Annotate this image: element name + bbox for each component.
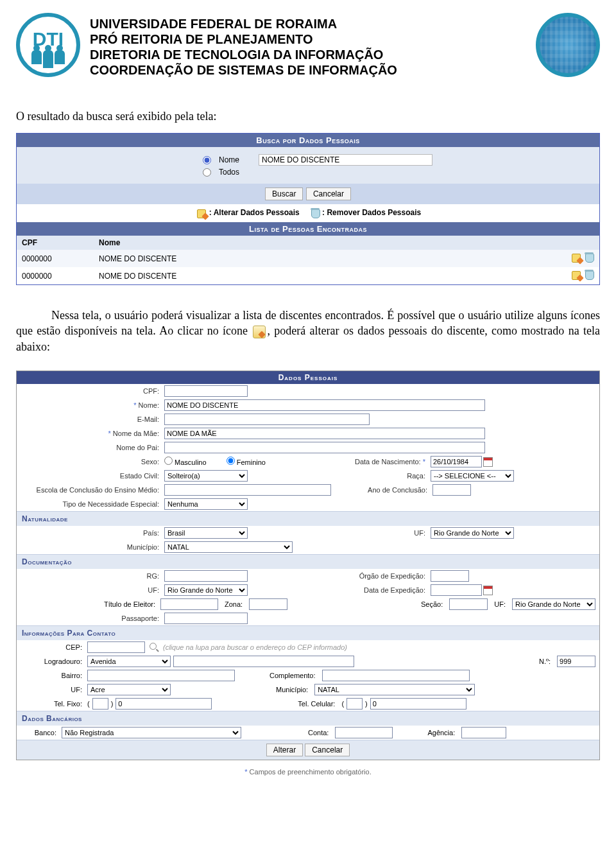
uf-eleitor-label: UF:: [490, 600, 509, 608]
footnote: * Campos de preenchimento obrigatório.: [16, 768, 600, 776]
row-delete-icon[interactable]: [584, 252, 594, 263]
civil-label: Estado Civil:: [21, 472, 162, 480]
search-nome-input[interactable]: [259, 154, 432, 166]
cell-cpf: 0000000: [22, 254, 99, 263]
dexp-label: Data de Expedição:: [332, 586, 428, 594]
radio-fem-label: Feminino: [237, 458, 266, 466]
calendar-icon[interactable]: [483, 457, 493, 467]
nec-label: Tipo de Necessidade Especial:: [21, 500, 162, 508]
paren-open-2: (: [341, 700, 344, 708]
dnasc-input[interactable]: [431, 456, 482, 467]
legend-remover: : Remover Dados Pessoais: [322, 208, 421, 217]
radio-todos[interactable]: [203, 168, 211, 177]
row-edit-icon[interactable]: [572, 252, 582, 263]
titulo-input[interactable]: [160, 598, 218, 610]
dados-pessoais-form: Dados Pessoais CPF: * Nome: E-Mail: * No…: [16, 370, 600, 760]
nome-label: * Nome:: [21, 401, 162, 409]
escola-label: Escola de Conclusão do Ensino Médio:: [21, 486, 162, 494]
cpf-input[interactable]: [164, 385, 248, 397]
table-header: CPF Nome: [17, 236, 599, 250]
tfixo-num[interactable]: [116, 698, 212, 710]
rg-label: RG:: [21, 572, 162, 580]
bairro-input[interactable]: [87, 670, 235, 681]
cell-cpf: 0000000: [22, 272, 99, 281]
tfixo-ddd[interactable]: [92, 698, 108, 710]
uf-nat-label: UF:: [332, 529, 428, 537]
email-label: E-Mail:: [21, 415, 162, 423]
cancelar-button[interactable]: Cancelar: [306, 187, 351, 200]
mun-nat-label: Município:: [21, 543, 162, 551]
edit-icon: [197, 208, 207, 218]
civil-select[interactable]: Solteiro(a): [164, 470, 248, 482]
cep-hint: (clique na lupa para buscar o endereço d…: [163, 643, 347, 651]
row-edit-icon[interactable]: [572, 270, 582, 280]
form-cancelar-button[interactable]: Cancelar: [305, 744, 350, 756]
search-screenshot: Busca por Dados Pessoais Nome Todos Busc…: [16, 133, 600, 285]
mun-cont-select[interactable]: NATAL: [314, 684, 475, 695]
rg-input[interactable]: [164, 570, 248, 582]
comp-input[interactable]: [322, 670, 470, 681]
mae-label: * Nome da Mãe:: [21, 430, 162, 437]
radio-nome-label: Nome: [219, 155, 251, 164]
zona-input[interactable]: [249, 598, 287, 610]
intro-text: O resultado da busca será exibido pela t…: [16, 110, 600, 123]
bairro-label: Bairro:: [21, 672, 85, 679]
pai-label: Nome do Pai:: [21, 444, 162, 451]
log-input[interactable]: [173, 656, 354, 667]
tfixo-label: Tel. Fixo:: [21, 700, 85, 708]
row-delete-icon[interactable]: [584, 270, 594, 280]
radio-nome[interactable]: [203, 156, 211, 164]
mae-input[interactable]: [164, 428, 485, 439]
uf-eleitor-select[interactable]: Rio Grande do Norte: [512, 598, 595, 610]
agencia-input[interactable]: [461, 727, 506, 738]
pass-input[interactable]: [164, 613, 248, 624]
nec-select[interactable]: Nenhuma: [164, 498, 248, 510]
num-label: N.º:: [535, 658, 554, 665]
search-icon[interactable]: [150, 643, 158, 652]
conta-label: Conta:: [304, 729, 332, 736]
delete-icon: [310, 208, 320, 218]
uf-doc-select[interactable]: Rio Grande do Norte: [164, 584, 248, 596]
escola-input[interactable]: [164, 484, 331, 496]
raca-select[interactable]: --> SELECIONE <--: [431, 470, 514, 482]
section-documentacao: Documentação: [17, 554, 599, 569]
table-row: 0000000 NOME DO DISCENTE: [17, 267, 599, 284]
tcel-ddd[interactable]: [346, 698, 363, 710]
secao-input[interactable]: [449, 598, 488, 610]
pais-select[interactable]: Brasil: [164, 527, 248, 539]
num-input[interactable]: [557, 656, 595, 667]
dnasc-label: Data de Nascimento: *: [332, 458, 428, 466]
sexo-radio-group: Masculino Feminino: [164, 457, 329, 466]
email-input[interactable]: [164, 414, 370, 425]
cep-input[interactable]: [87, 641, 145, 653]
tcel-num[interactable]: [370, 698, 466, 710]
legend-alterar: : Alterar Dados Pessoais: [209, 208, 300, 217]
header-text: UNIVERSIDADE FEDERAL DE RORAIMA PRÓ REIT…: [90, 13, 526, 78]
pass-label: Passaporte:: [21, 614, 162, 622]
radio-fem[interactable]: [227, 457, 235, 465]
radio-masc[interactable]: [164, 457, 173, 465]
paren-close-2: ): [365, 700, 368, 708]
ufrr-logo: [536, 13, 600, 77]
dexp-input[interactable]: [431, 584, 482, 596]
alterar-button[interactable]: Alterar: [266, 744, 303, 756]
paren-close: ): [111, 700, 114, 708]
cpf-label: CPF:: [21, 387, 162, 395]
paren-open: (: [87, 700, 90, 708]
buscar-button[interactable]: Buscar: [265, 187, 303, 200]
search-option-todos-row: Todos: [203, 168, 432, 177]
pai-input[interactable]: [164, 442, 485, 453]
nome-input[interactable]: [164, 399, 485, 411]
banco-select[interactable]: Não Registrada: [62, 727, 241, 738]
mun-nat-select[interactable]: NATAL: [164, 541, 293, 553]
uf-cont-select[interactable]: Acre: [87, 684, 171, 695]
section-contato: Informações Para Contato: [17, 625, 599, 640]
calendar-icon[interactable]: [483, 586, 493, 595]
agencia-label: Agência:: [424, 729, 459, 736]
orgao-input[interactable]: [431, 570, 469, 582]
conta-input[interactable]: [335, 727, 393, 738]
ano-input[interactable]: [432, 484, 471, 496]
cell-nome: NOME DO DISCENTE: [99, 272, 562, 281]
uf-nat-select[interactable]: Rio Grande do Norte: [431, 527, 514, 539]
log-select[interactable]: Avenida: [87, 656, 171, 667]
